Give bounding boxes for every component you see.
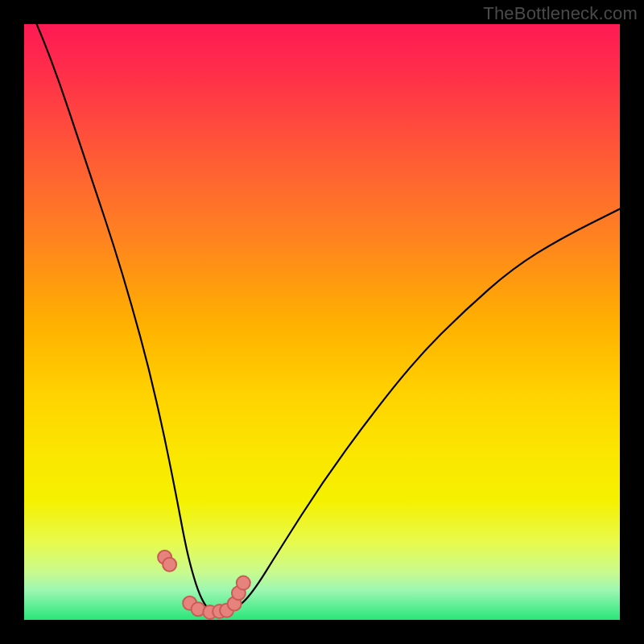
highlight-points-layer [24,24,620,620]
highlight-point [163,558,176,572]
chart-frame: TheBottleneck.com [0,0,644,644]
plot-area [24,24,620,620]
highlight-point [237,576,250,590]
points-group [158,551,250,619]
watermark-text: TheBottleneck.com [483,3,638,24]
